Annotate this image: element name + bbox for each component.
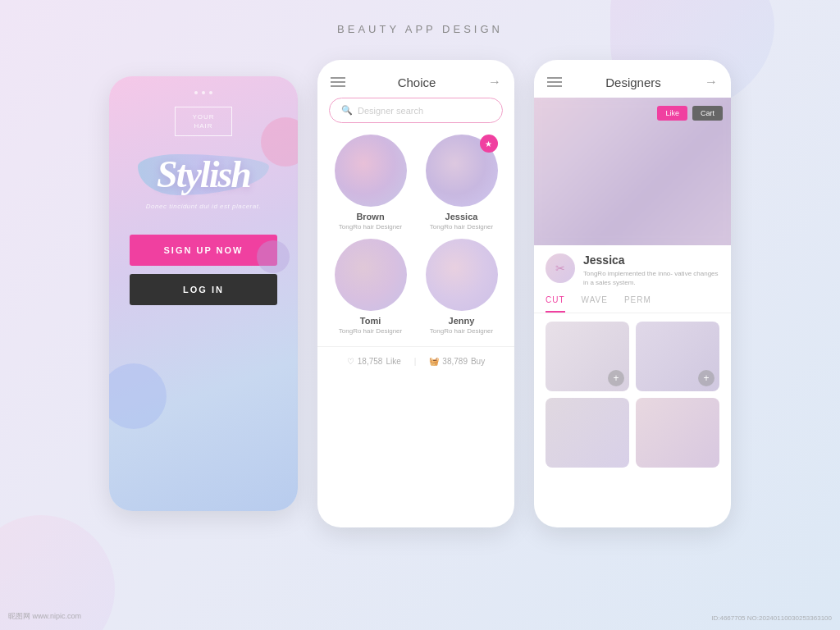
designer-role-jenny: TongRo hair Designer [420,327,503,335]
portfolio-item-1[interactable]: + [546,322,629,391]
deco-circle-bottom [109,363,167,429]
basket-icon: 🧺 [429,357,439,366]
designer-card-jenny[interactable]: Jenny TongRo hair Designer [420,239,503,335]
hamburger-line [331,77,345,79]
detail-hamburger-menu[interactable] [547,77,562,87]
profile-name: Jessica [583,253,719,267]
search-icon: 🔍 [341,105,353,116]
profile-avatar-small: ✂ [546,253,575,283]
footer-buys: 🧺 38,789 Buy [429,357,485,366]
detail-nav-arrow[interactable]: → [705,75,718,89]
featured-star-icon: ★ [480,135,498,153]
stylish-container: Stylish [109,153,298,196]
choice-footer: ♡ 18,758 Like | 🧺 38,789 Buy [317,346,514,376]
tab-cut[interactable]: CUT [546,295,565,313]
phone-choice: Choice → 🔍 Designer search Brown TongRo … [317,60,514,527]
dot-2 [202,91,205,94]
hamburger-line [547,85,562,87]
designer-avatar-brown [335,135,407,207]
hamburger-line [331,81,345,83]
footer-likes: ♡ 18,758 Like [347,357,401,366]
choice-nav-title: Choice [398,75,436,89]
detail-profile: ✂ Jessica TongRo implemented the inno- v… [534,245,731,295]
search-placeholder: Designer search [358,106,423,116]
hero-action-buttons: Like Cart [657,106,723,121]
designer-name-jenny: Jenny [420,316,503,326]
choice-nav: Choice → [317,60,514,98]
login-button[interactable]: LOG IN [130,274,277,305]
portfolio-grid: + + [534,313,731,476]
cart-button[interactable]: Cart [692,106,723,121]
hamburger-line [331,85,345,87]
service-tabs: CUT WAVE PERM [534,295,731,313]
designer-name-jessica: Jessica [420,212,503,221]
phone-login: YOUR HAIR Stylish Donec tincidunt dui id… [109,76,298,511]
designer-role-brown: TongRo hair Designer [329,223,412,231]
footer-divider: | [414,357,417,366]
designer-avatar-tomi [335,239,407,311]
add-icon-1[interactable]: + [608,370,624,386]
signup-button[interactable]: SIGN UP NOW [130,235,277,266]
phone-detail: Designers → Like Cart ✂ Jessica TongRo i… [534,60,731,527]
designer-card-brown[interactable]: Brown TongRo hair Designer [329,135,412,231]
designer-avatar-jessica: ★ [426,135,498,207]
dot-1 [194,91,198,94]
brand-line1: YOUR [192,113,214,121]
scissors-icon: ✂ [555,262,565,275]
dot-3 [209,91,212,94]
tab-wave[interactable]: WAVE [582,295,608,313]
heart-icon: ♡ [347,357,354,366]
buys-count: 38,789 [442,357,468,366]
like-button[interactable]: Like [657,106,687,121]
detail-nav: Designers → [534,60,731,98]
watermark-right: ID:4667705 NO:20240110030253363100 [711,614,832,622]
status-dots [109,76,298,103]
detail-hero-image: Like Cart [534,98,731,245]
search-bar[interactable]: 🔍 Designer search [329,98,503,123]
likes-count: 18,758 [358,357,383,366]
likes-label: Like [386,357,400,366]
buys-label: Buy [471,357,485,366]
detail-nav-title: Designers [605,75,661,89]
designer-name-brown: Brown [329,212,412,221]
designers-grid: Brown TongRo hair Designer ★ Jessica Ton… [317,135,514,346]
designer-name-tomi: Tomi [329,316,412,326]
choice-nav-arrow[interactable]: → [488,75,501,89]
portfolio-item-2[interactable]: + [636,322,719,391]
portfolio-item-3[interactable] [546,398,629,468]
add-icon-2[interactable]: + [698,370,714,386]
hamburger-menu[interactable] [331,77,345,87]
hamburger-line [547,77,562,79]
tab-perm[interactable]: PERM [624,295,651,313]
phones-container: YOUR HAIR Stylish Donec tincidunt dui id… [0,60,840,527]
designer-role-tomi: TongRo hair Designer [329,327,412,335]
designer-avatar-jenny [426,239,498,311]
brand-line2: HAIR [194,122,212,130]
designer-card-jessica[interactable]: ★ Jessica TongRo hair Designer [420,135,503,231]
brand-box: YOUR HAIR [175,107,232,136]
designer-role-jessica: TongRo hair Designer [420,223,503,231]
stylish-word: Stylish [157,153,250,195]
profile-info: Jessica TongRo implemented the inno- vat… [583,253,719,287]
deco-circle-mid [257,240,290,273]
profile-desc: TongRo implemented the inno- vative chan… [583,269,719,287]
hamburger-line [547,81,562,83]
tagline: Donec tincidunt dui id est placerat. [126,203,281,210]
portfolio-item-4[interactable] [636,398,719,468]
watermark-left: 昵图网 www.nipic.com [8,611,81,622]
designer-card-tomi[interactable]: Tomi TongRo hair Designer [329,239,412,335]
